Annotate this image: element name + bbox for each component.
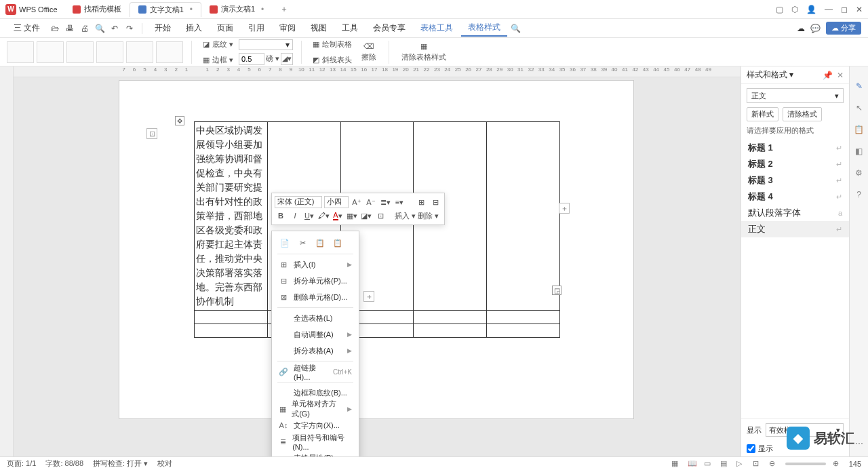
avatar-icon[interactable]: 👤 [806,5,816,14]
minimize-icon[interactable]: — [825,5,833,14]
clipboard-icon[interactable]: 📋 [853,123,865,136]
menu-start[interactable]: 开始 [148,20,178,36]
add-row-button[interactable]: ＋ [363,291,374,302]
ctx-insert[interactable]: ⊞插入(I)▶ [272,256,359,273]
maximize-icon[interactable]: ◻ [841,5,848,14]
align-icon[interactable]: ≡▾ [393,196,406,208]
table-style-preset[interactable] [156,41,183,63]
ctx-table-props[interactable]: 表格属性(R)... [272,450,359,456]
zoom-slider[interactable] [785,463,826,465]
file-menu[interactable]: 三 文件 [7,20,47,36]
autofit-icon[interactable]: ⊡ [374,210,387,222]
clear-format-button[interactable]: 清除格式 [783,107,822,121]
web-layout-icon[interactable]: ▭ [704,459,713,469]
add-tab-button[interactable]: ＋ [277,3,291,16]
menu-view[interactable]: 视图 [304,20,334,36]
menu-table-tools[interactable]: 表格工具 [414,20,460,36]
draw-table-button[interactable]: ▦绘制表格 [310,38,355,51]
feedback-icon[interactable]: 💬 [810,24,821,33]
paste-special-icon[interactable]: 📋 [332,237,344,249]
table-style-preset[interactable] [7,41,34,63]
close-icon[interactable]: ✕ [856,5,863,14]
line-width-input[interactable] [239,53,264,65]
tab-close-icon[interactable]: • [190,5,193,14]
style-item-selected[interactable]: 正文↵ [741,221,849,237]
outline-icon[interactable]: ▤ [720,459,730,469]
print-icon[interactable]: 🖨 [78,22,92,35]
menu-table-style[interactable]: 表格样式 [461,20,507,37]
clear-style-button[interactable]: ▦清除表格样式 [397,41,450,64]
cube-icon[interactable]: ⬡ [791,5,798,14]
tab-presentation[interactable]: 演示文稿1 • [201,2,272,17]
delete-dropdown[interactable]: 删除 ▾ [418,210,439,222]
paste-icon[interactable]: 📋 [314,237,326,249]
preview-icon[interactable]: 🔍 [93,22,106,35]
spellcheck-toggle[interactable]: 拼写检查: 打开 ▾ [93,458,148,469]
ctx-split-cell[interactable]: ⊟拆分单元格(P)... [272,273,359,289]
word-count[interactable]: 字数: 88/88 [45,458,83,469]
zoom-value[interactable]: 145 [849,460,861,468]
insert-dropdown[interactable]: 插入 ▾ [395,210,416,222]
table-style-preset[interactable] [37,41,64,63]
more-icon[interactable]: ⋯ [853,437,865,450]
current-style-select[interactable]: 正文▾ [747,88,844,103]
tab-close-icon[interactable]: • [261,5,264,14]
underline-icon[interactable]: U▾ [303,210,315,222]
document-table[interactable]: 中央区域协调发展领导小组要加强统筹协调和督促检查，中央有关部门要研究提出有针对性… [194,121,560,338]
list-icon[interactable]: ≣▾ [379,196,391,208]
ctx-auto-fit[interactable]: 自动调整(A)▶ [272,326,359,342]
window-icon[interactable]: ▢ [776,5,783,14]
shading-dropdown[interactable]: ◪底纹 ▾ [200,38,236,51]
increase-font-icon[interactable]: A⁺ [351,196,363,208]
close-icon[interactable]: ✕ [837,71,844,80]
play-icon[interactable]: ▷ [736,459,746,469]
undo-icon[interactable]: ↶ [108,22,121,35]
table-resize-handle[interactable]: ◲ [552,286,561,295]
diagonal-header-button[interactable]: ◩斜线表头 [310,54,355,66]
border-dropdown[interactable]: ▦边框 ▾ [200,54,236,66]
page-indicator[interactable]: 页面: 1/1 [7,458,36,469]
tab-templates[interactable]: 找稻壳模板 [64,2,130,17]
style-item[interactable]: 默认段落字体a [741,205,849,221]
redo-icon[interactable]: ↷ [123,22,136,35]
font-family-select[interactable]: 宋体 (正文) [275,196,322,208]
zoom-out-icon[interactable]: ⊖ [769,459,778,469]
ctx-cell-align[interactable]: ▦单元格对齐方式(G)▶ [272,401,359,417]
ctx-select-all[interactable]: 全选表格(L) [272,310,359,326]
menu-page[interactable]: 页面 [210,20,240,36]
font-size-select[interactable]: 小四 [324,196,349,208]
table-style-preset[interactable] [126,41,153,63]
cut-icon[interactable]: ✂ [296,237,309,249]
shading-icon[interactable]: ◪▾ [360,210,372,222]
menu-insert[interactable]: 插入 [179,20,209,36]
style-item[interactable]: 标题 4↵ [741,189,849,205]
row-options-icon[interactable]: ⊡ [146,128,157,139]
table-style-preset[interactable] [96,41,123,63]
ctx-text-direction[interactable]: A↕文字方向(X)... [272,417,359,433]
proofread-label[interactable]: 校对 [157,458,172,469]
border-icon[interactable]: ▦▾ [346,210,358,222]
menu-review[interactable]: 审阅 [273,20,302,36]
add-column-button[interactable]: ＋ [559,203,570,214]
ctx-split-table[interactable]: 拆分表格(A)▶ [272,342,359,359]
erase-button[interactable]: ⌫擦除 [357,41,380,64]
style-item[interactable]: 标题 2↵ [741,156,849,172]
panel-title[interactable]: 样式和格式 ▾ [747,69,793,81]
menu-reference[interactable]: 引用 [241,20,271,36]
tab-document-active[interactable]: 文字文稿1 • [130,2,201,17]
ctx-delete-cell[interactable]: ⊠删除单元格(D)... [272,289,359,305]
help-icon[interactable]: ? [853,189,865,201]
search-icon[interactable]: 🔍 [509,22,522,35]
line-color-dropdown[interactable]: ◢▾ [281,53,293,65]
menu-tools[interactable]: 工具 [335,20,365,36]
fit-icon[interactable]: ⊡ [753,459,762,469]
highlight-icon[interactable]: 🖍▾ [317,210,330,222]
pencil-icon[interactable]: ✎ [853,80,865,92]
style-item[interactable]: 标题 3↵ [741,172,849,189]
menu-vip[interactable]: 会员专享 [366,20,412,36]
view-mode-icon[interactable]: ▦ [671,459,681,469]
italic-icon[interactable]: I [289,210,301,222]
table-cell-text[interactable]: 中央区域协调发展领导小组要加强统筹协调和督促检查，中央有关部门要研究提出有针对性… [196,123,266,309]
font-color-icon[interactable]: A▾ [332,210,344,222]
table-move-handle[interactable]: ✥ [175,116,184,125]
